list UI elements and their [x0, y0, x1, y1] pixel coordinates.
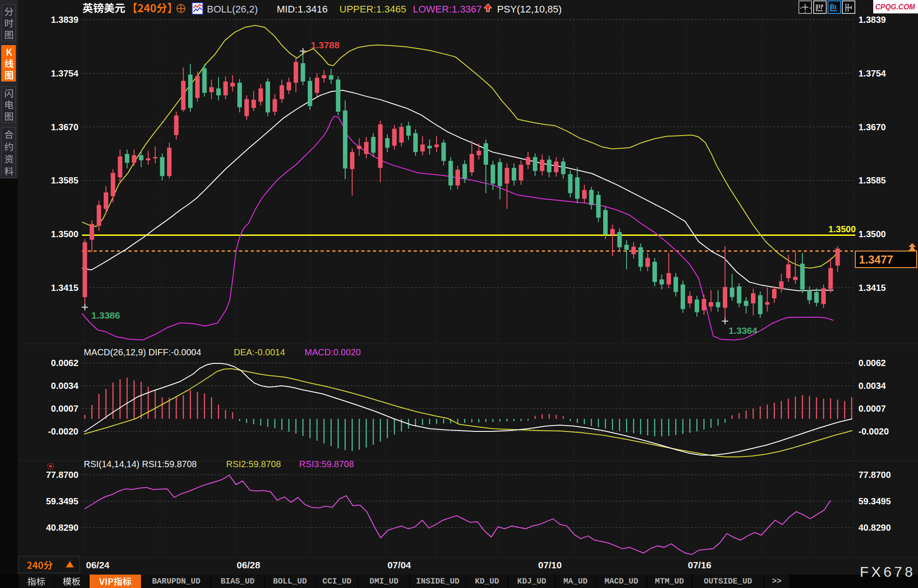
svg-text:RSI2:59.8708: RSI2:59.8708	[226, 459, 281, 469]
svg-text:1.3415: 1.3415	[858, 283, 886, 293]
svg-text:07/04: 07/04	[387, 560, 411, 570]
svg-text:59.3495: 59.3495	[46, 496, 78, 506]
svg-text:0.0062: 0.0062	[51, 358, 78, 368]
svg-text:77.8700: 77.8700	[858, 470, 891, 480]
svg-text:40.8290: 40.8290	[46, 523, 78, 533]
svg-text:40.8290: 40.8290	[858, 523, 891, 533]
svg-text:07/10: 07/10	[538, 560, 562, 570]
svg-text:1.3585: 1.3585	[51, 175, 78, 185]
svg-text:1.3386: 1.3386	[91, 310, 120, 320]
svg-text:1.3364: 1.3364	[729, 325, 758, 336]
svg-text:RSI3:59.8708: RSI3:59.8708	[299, 459, 354, 469]
svg-text:BOLL(26,2): BOLL(26,2)	[207, 4, 258, 15]
svg-text:1.3500: 1.3500	[858, 229, 886, 239]
svg-text:-0.0020: -0.0020	[48, 426, 78, 436]
svg-text:1.3500: 1.3500	[828, 224, 856, 234]
svg-text:06/24: 06/24	[86, 560, 110, 570]
svg-text:0.0007: 0.0007	[858, 404, 886, 413]
svg-text:59.3495: 59.3495	[858, 496, 891, 506]
svg-text:06/28: 06/28	[237, 560, 261, 570]
svg-text:1.3839: 1.3839	[51, 15, 78, 25]
svg-text:1.3415: 1.3415	[51, 283, 78, 293]
svg-text:UPPER:1.3465: UPPER:1.3465	[339, 4, 406, 15]
svg-text:0.0034: 0.0034	[51, 381, 79, 391]
svg-text:1.3788: 1.3788	[311, 40, 340, 50]
svg-text:LOWER:1.3367: LOWER:1.3367	[413, 4, 482, 15]
svg-text:77.8700: 77.8700	[46, 470, 78, 480]
svg-text:1.3754: 1.3754	[51, 68, 79, 78]
svg-text:1.3477: 1.3477	[859, 253, 893, 266]
svg-text:1.3754: 1.3754	[858, 68, 886, 78]
svg-text:DEA:-0.0014: DEA:-0.0014	[234, 347, 285, 357]
svg-text:1.3500: 1.3500	[51, 229, 78, 239]
svg-text:0.0034: 0.0034	[858, 381, 886, 391]
svg-text:1.3670: 1.3670	[858, 122, 886, 132]
svg-text:-0.0020: -0.0020	[858, 426, 889, 436]
svg-text:CPQG.COM: CPQG.COM	[875, 3, 916, 11]
svg-text:1.3670: 1.3670	[51, 122, 78, 132]
svg-text:1.3839: 1.3839	[858, 15, 886, 25]
svg-text:0.0007: 0.0007	[51, 404, 78, 413]
svg-text:PSY(12,10,85): PSY(12,10,85)	[497, 4, 562, 15]
svg-text:MACD:0.0020: MACD:0.0020	[305, 347, 361, 357]
svg-text:0.0062: 0.0062	[858, 358, 886, 368]
svg-text:1.3585: 1.3585	[858, 175, 886, 185]
svg-text:MID:1.3416: MID:1.3416	[277, 4, 328, 15]
svg-text:RSI(14,14,14) RSI1:59.8708: RSI(14,14,14) RSI1:59.8708	[84, 459, 197, 469]
svg-text:MACD(26,12,9) DIFF:-0.0004: MACD(26,12,9) DIFF:-0.0004	[84, 347, 201, 357]
svg-text:07/16: 07/16	[688, 560, 712, 570]
